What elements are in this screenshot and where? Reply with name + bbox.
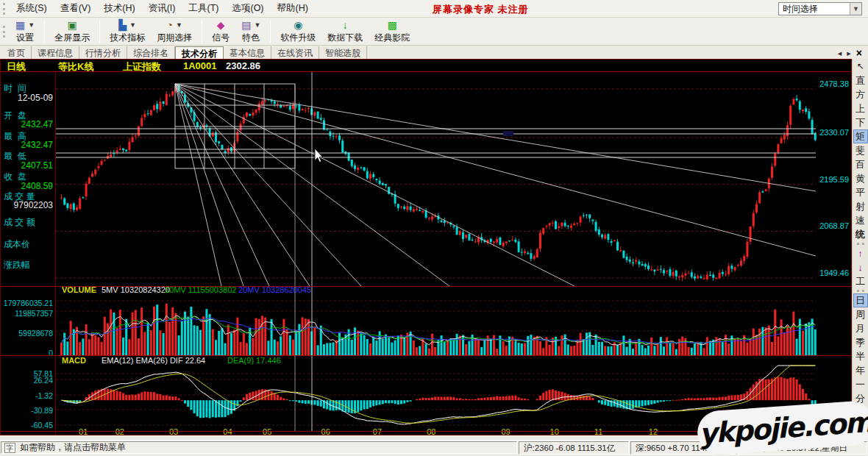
status-sh-index: 沪:2360 -6.08 1115.31亿 [519,441,629,455]
tab-controls: ◂ ▸ × [838,47,868,59]
tab-在线资讯[interactable]: 在线资讯 [271,46,319,59]
toolbar-button-top: ▦▼ [15,19,35,32]
tab-scroll-right-icon[interactable]: ▸ [847,49,851,58]
toolbar-grip [3,26,6,38]
tab-行情分析[interactable]: 行情分析 [79,46,127,59]
toolbar-button-label: 技术指标 [110,32,145,44]
draw-tool-上[interactable]: 上 [853,101,868,115]
toolbar-button-label: 特色 [242,32,260,44]
draw-tool-百[interactable]: 百 [853,157,868,171]
mouse-cursor [315,149,323,162]
tab-课程信息[interactable]: 课程信息 [32,46,79,59]
svg-text:07: 07 [373,427,382,436]
tab-bar: 首页课程信息行情分析综合排名技术分析基本信息在线资讯智能选股 ◂ ▸ × [0,46,868,59]
chevron-down-icon[interactable]: ▼ [129,21,136,29]
svg-text:MACDEMA(12) EMA(26) DIF 22.: MACDEMA(12) EMA(26) DIF 22.64DEA(9) 17.4… [62,356,281,365]
period-季[interactable]: 季 [853,335,868,349]
period-年[interactable]: 年 [853,363,868,377]
period-icon: ◔ [166,20,172,30]
period-日[interactable]: 日 [853,293,868,307]
toolbar-button-settings[interactable]: ▦▼设置 [10,18,40,45]
toolbar-button-cinema[interactable]: ▩经典影院 [369,18,416,45]
toolbar-button-signal[interactable]: ◆信号 [206,18,235,45]
time-select-combobox[interactable]: 时间选择 ▼ [778,2,862,15]
draw-tool-矩[interactable]: 矩 [853,129,868,143]
toolbar-button-indicators[interactable]: ▙▼技术指标 [104,18,151,45]
chevron-down-icon[interactable]: ▼ [176,21,182,29]
draw-tool-下[interactable]: 下 [853,115,868,129]
arrow-down-icon[interactable]: ↓ [853,260,868,274]
quote-label: 成 交 额 [4,216,35,229]
chevron-down-icon[interactable]: ▼ [850,3,861,15]
chevron-down-icon[interactable]: ▼ [28,21,35,29]
toolbar-button-special[interactable]: ▤▼特色 [235,18,266,45]
svg-text:11: 11 [594,427,602,436]
toolbar-button-upgrade[interactable]: ◉软件升级 [274,18,321,45]
tab-技术分析[interactable]: 技术分析 [175,46,224,59]
period-月[interactable]: 月 [853,321,868,335]
menu-item[interactable]: 工具(T) [182,0,226,17]
period-周[interactable]: 周 [853,307,868,321]
tab-智能选股[interactable]: 智能选股 [319,46,367,59]
draw-tool-黄[interactable]: 黄 [853,171,868,185]
tab-scroll-left-icon[interactable]: ◂ [838,49,842,58]
svg-text:01: 01 [79,427,88,436]
menu-item[interactable]: 资讯(I) [142,0,182,17]
tab-综合排名[interactable]: 综合排名 [127,46,175,59]
toolbar-button-download[interactable]: ↓数据下载 [321,18,369,45]
settings-icon: ▦ [15,20,25,30]
toolbar-button-top: ▩ [388,19,397,32]
volume-separator [1,286,851,287]
special-icon: ▤ [241,20,251,30]
tool-工[interactable]: 工 [853,274,868,288]
arrow-up-icon[interactable]: ↑ [853,246,868,260]
period-半[interactable]: 半 [853,349,868,363]
macd-separator [1,355,851,356]
menu-item[interactable]: 选项(O) [225,0,270,17]
volume-scale-label: 119857357 [15,309,53,318]
svg-text:2195.59: 2195.59 [819,175,849,184]
macd-scale-label: -1.32 [35,391,53,400]
toolbar-button-period[interactable]: ◔▼周期选择 [151,18,198,45]
tab-首页[interactable]: 首页 [1,46,32,59]
toolbar-button-label: 经典影院 [374,32,410,44]
draw-tool-速[interactable]: 速 [853,213,868,227]
toolbar-button-label: 软件升级 [280,32,316,44]
toolbar-button-top: ▤▼ [241,19,260,32]
strip-grip [857,243,864,245]
svg-text:2478.38: 2478.38 [819,79,849,88]
volume-scale-label: 59928678 [18,329,53,338]
menu-item[interactable]: 系统(S) [10,0,54,17]
toolbar-button-fullscreen[interactable]: ▣全屏显示 [49,18,96,45]
draw-tool-直[interactable]: 直 [853,74,868,88]
toolbar-separator [270,21,271,43]
menu-item[interactable]: 技术(H) [97,0,141,17]
period-一[interactable]: 一 [853,377,868,391]
quote-value: 2432.47 [21,119,53,129]
svg-text:09: 09 [501,427,510,436]
macd-scale-label: -60.45 [31,421,53,430]
draw-tool-射[interactable]: 射 [853,199,868,213]
toolbar-button-top: ◆ [217,19,225,32]
quote-value: 2407.51 [21,160,53,171]
menu-item[interactable]: 查看(V) [54,0,98,17]
draw-tool-方[interactable]: 方 [853,88,868,101]
tab-基本信息[interactable]: 基本信息 [224,46,271,59]
chart-region[interactable]: 日线 等比K线 上证指数 1A0001 2302.86 时 间12-05-09开… [0,59,852,435]
signal-icon: ◆ [217,20,225,30]
toolbar-button-top: ◔▼ [166,19,182,32]
ime-icon: 字 [4,443,15,453]
chart-last-price: 2302.86 [226,60,260,71]
menu-item[interactable]: 帮助(H) [271,0,315,17]
header-separator [1,71,851,72]
main-chart-svg[interactable]: 2478.382330.072195.592068.871949.4601020… [56,72,853,436]
draw-tool-斐[interactable]: 斐 [853,143,868,157]
close-icon[interactable]: × [856,47,862,59]
chevron-down-icon[interactable]: ▼ [254,21,260,29]
pointer-tool-icon[interactable]: ↖ [853,60,868,74]
download-icon: ↓ [343,20,348,30]
draw-tool-平[interactable]: 平 [853,185,868,199]
quote-value: 2432.47 [21,140,53,150]
toolbar-separator [202,21,202,43]
draw-tool-统[interactable]: 统 [853,227,868,241]
